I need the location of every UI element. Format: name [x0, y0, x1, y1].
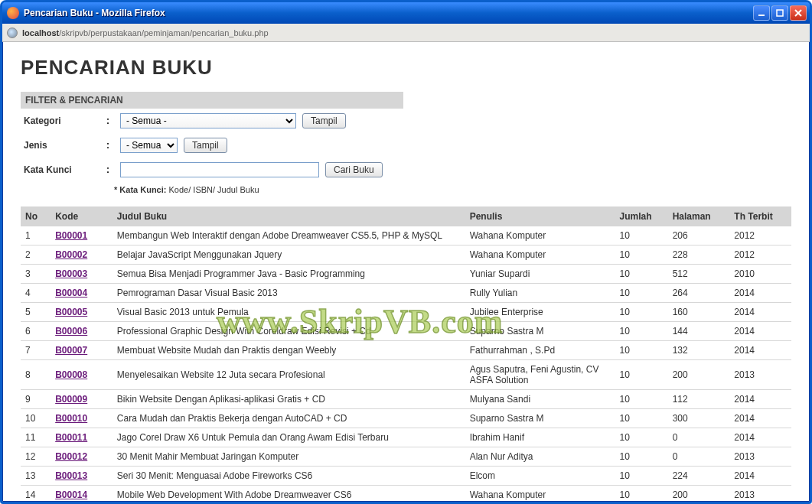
katakunci-label: Kata Kunci: [24, 164, 100, 175]
cell-kode: B00005: [51, 303, 113, 322]
window-title: Pencarian Buku - Mozilla Firefox: [24, 8, 753, 18]
kode-link[interactable]: B00005: [55, 307, 87, 317]
cell-halaman: 0: [668, 428, 730, 447]
cell-kode: B00011: [51, 428, 113, 447]
col-jumlah: Jumlah: [615, 206, 668, 226]
kategori-select[interactable]: - Semua -: [120, 113, 296, 128]
cell-jumlah: 10: [615, 428, 668, 447]
table-row: 5B00005Visual Basic 2013 untuk PemulaJub…: [21, 303, 791, 322]
cell-penulis: Wahana Komputer: [465, 226, 615, 245]
cell-halaman: 206: [668, 226, 730, 245]
cell-judul: Visual Basic 2013 untuk Pemula: [113, 303, 465, 322]
kode-link[interactable]: B00002: [55, 249, 87, 260]
table-row: 1B00001Membangun Web Interaktif dengan A…: [21, 226, 791, 245]
kode-link[interactable]: B00004: [55, 288, 87, 298]
kode-link[interactable]: B00008: [55, 369, 87, 380]
minimize-button[interactable]: [753, 5, 770, 21]
kode-link[interactable]: B00003: [55, 268, 87, 279]
jenis-select[interactable]: - Semua -: [120, 138, 178, 153]
cell-no: 8: [21, 360, 51, 390]
window-controls: [753, 5, 807, 21]
jenis-tampil-button[interactable]: Tampil: [184, 138, 227, 153]
cell-halaman: 160: [668, 303, 730, 322]
cell-judul: Mobile Web Development With Adobe Dreamw…: [113, 486, 465, 502]
cell-penulis: Yuniar Supardi: [465, 265, 615, 284]
cell-jumlah: 10: [615, 447, 668, 467]
cell-kode: B00003: [51, 265, 113, 284]
close-button[interactable]: [790, 5, 807, 21]
kode-link[interactable]: B00011: [55, 432, 87, 443]
jenis-label: Jenis: [24, 140, 100, 151]
cell-no: 6: [21, 322, 51, 341]
cell-kode: B00006: [51, 322, 113, 341]
cell-halaman: 224: [668, 467, 730, 486]
kode-link[interactable]: B00010: [55, 413, 87, 424]
cell-penulis: Agus Saputra, Feni Agustin, CV ASFA Solu…: [465, 360, 615, 390]
cell-no: 1: [21, 226, 51, 245]
cell-no: 11: [21, 428, 51, 447]
cell-th: 2013: [729, 447, 791, 467]
col-th: Th Terbit: [729, 206, 791, 226]
cell-th: 2014: [729, 467, 791, 486]
table-row: 7B00007Membuat Website Mudah dan Praktis…: [21, 341, 791, 360]
app-window: Pencarian Buku - Mozilla Firefox localho…: [0, 0, 812, 504]
address-bar[interactable]: localhost/skripvb/perpustakaan/peminjama…: [2, 24, 810, 42]
cell-judul: Pemrograman Dasar Visual Basic 2013: [113, 284, 465, 303]
kode-link[interactable]: B00014: [55, 489, 87, 500]
cell-jumlah: 10: [615, 486, 668, 502]
kode-link[interactable]: B00009: [55, 394, 87, 405]
cell-judul: Semua Bisa Menjadi Programmer Java - Bas…: [113, 265, 465, 284]
table-row: 11B00011Jago Corel Draw X6 Untuk Pemula …: [21, 428, 791, 447]
cell-kode: B00001: [51, 226, 113, 245]
cell-halaman: 512: [668, 265, 730, 284]
cell-penulis: Fathurrahman , S.Pd: [465, 341, 615, 360]
cell-penulis: Jubilee Enterprise: [465, 303, 615, 322]
cell-halaman: 200: [668, 486, 730, 502]
cell-penulis: Rully Yulian: [465, 284, 615, 303]
cell-no: 9: [21, 390, 51, 409]
cell-th: 2014: [729, 303, 791, 322]
cell-th: 2013: [729, 360, 791, 390]
cell-halaman: 228: [668, 245, 730, 265]
cell-penulis: Suparno Sastra M: [465, 409, 615, 428]
cell-no: 14: [21, 486, 51, 502]
col-penulis: Penulis: [465, 206, 615, 226]
cell-kode: B00008: [51, 360, 113, 390]
cell-halaman: 200: [668, 360, 730, 390]
col-judul: Judul Buku: [113, 206, 465, 226]
cell-jumlah: 10: [615, 265, 668, 284]
cell-kode: B00004: [51, 284, 113, 303]
cell-no: 12: [21, 447, 51, 467]
table-row: 4B00004Pemrograman Dasar Visual Basic 20…: [21, 284, 791, 303]
maximize-button[interactable]: [771, 5, 788, 21]
table-row: 8B00008Menyelesaikan Website 12 Juta sec…: [21, 360, 791, 390]
kode-link[interactable]: B00001: [55, 230, 87, 241]
table-body: 1B00001Membangun Web Interaktif dengan A…: [21, 226, 791, 502]
cell-th: 2014: [729, 409, 791, 428]
cell-no: 4: [21, 284, 51, 303]
cell-jumlah: 10: [615, 322, 668, 341]
table-header: No Kode Judul Buku Penulis Jumlah Halama…: [21, 206, 791, 226]
cari-buku-button[interactable]: Cari Buku: [325, 162, 383, 177]
cell-judul: Professional Graphic Design With Coreldr…: [113, 322, 465, 341]
cell-jumlah: 10: [615, 390, 668, 409]
cell-th: 2010: [729, 265, 791, 284]
cell-halaman: 112: [668, 390, 730, 409]
kategori-tampil-button[interactable]: Tampil: [302, 113, 346, 128]
table-row: 3B00003Semua Bisa Menjadi Programmer Jav…: [21, 265, 791, 284]
cell-th: 2014: [729, 341, 791, 360]
page-viewport[interactable]: PENCARIAN BUKU FILTER & PENCARIAN Katego…: [2, 42, 810, 502]
table-row: 2B00002Belajar JavaScript Menggunakan Jq…: [21, 245, 791, 265]
kode-link[interactable]: B00013: [55, 470, 87, 481]
kode-link[interactable]: B00012: [55, 451, 87, 462]
page-title: PENCARIAN BUKU: [21, 56, 791, 80]
cell-penulis: Suparno Sastra M: [465, 322, 615, 341]
katakunci-hint: * Kata Kunci: Kode/ ISBN/ Judul Buku: [21, 182, 403, 194]
kode-link[interactable]: B00006: [55, 326, 87, 337]
cell-penulis: Elcom: [465, 467, 615, 486]
katakunci-input[interactable]: [120, 162, 319, 177]
kode-link[interactable]: B00007: [55, 345, 87, 356]
cell-halaman: 132: [668, 341, 730, 360]
filter-panel: FILTER & PENCARIAN Kategori : - Semua - …: [21, 92, 403, 194]
cell-no: 2: [21, 245, 51, 265]
